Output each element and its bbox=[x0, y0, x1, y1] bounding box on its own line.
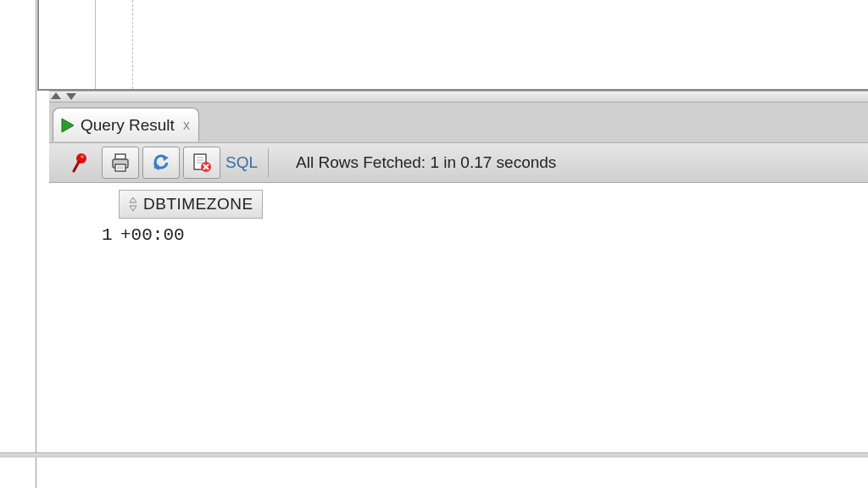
tab-title: Query Result bbox=[81, 116, 175, 135]
svg-rect-3 bbox=[115, 154, 125, 159]
cell-value[interactable]: +00:00 bbox=[120, 225, 185, 245]
refresh-button[interactable] bbox=[142, 147, 180, 179]
close-icon[interactable]: x bbox=[183, 118, 190, 133]
toolbar-separator bbox=[268, 148, 269, 177]
result-grid: DBTIMEZONE 1 +00:00 bbox=[49, 183, 868, 488]
status-text: All Rows Fetched: 1 in 0.17 seconds bbox=[296, 153, 556, 172]
print-button[interactable] bbox=[102, 147, 139, 179]
left-panel: ons bbox=[0, 0, 36, 488]
svg-point-2 bbox=[81, 155, 84, 158]
sql-button[interactable]: SQL bbox=[225, 153, 258, 172]
editor-margin bbox=[132, 0, 133, 89]
bottom-divider bbox=[0, 452, 868, 458]
editor-area[interactable] bbox=[37, 0, 868, 91]
query-result-tab[interactable]: Query Result x bbox=[53, 108, 199, 141]
result-toolbar: SQL All Rows Fetched: 1 in 0.17 seconds bbox=[49, 142, 868, 183]
svg-marker-18 bbox=[130, 206, 136, 211]
collapse-down-icon[interactable] bbox=[66, 93, 76, 100]
column-header-text: DBTIMEZONE bbox=[143, 195, 253, 214]
left-partial-text: ons bbox=[0, 298, 1, 317]
pin-button[interactable] bbox=[61, 147, 98, 179]
svg-marker-17 bbox=[130, 197, 136, 202]
sort-icon bbox=[128, 197, 138, 212]
row-number: 1 bbox=[102, 225, 113, 245]
tab-area: Query Result x bbox=[49, 103, 868, 145]
cancel-button[interactable] bbox=[183, 147, 220, 179]
svg-marker-8 bbox=[163, 155, 169, 161]
column-header[interactable]: DBTIMEZONE bbox=[119, 190, 263, 219]
svg-rect-5 bbox=[115, 164, 125, 171]
collapse-up-icon[interactable] bbox=[51, 92, 61, 99]
play-icon bbox=[60, 117, 75, 134]
svg-marker-0 bbox=[62, 119, 74, 132]
editor-gutter bbox=[50, 0, 96, 89]
collapse-bar[interactable] bbox=[49, 91, 868, 103]
